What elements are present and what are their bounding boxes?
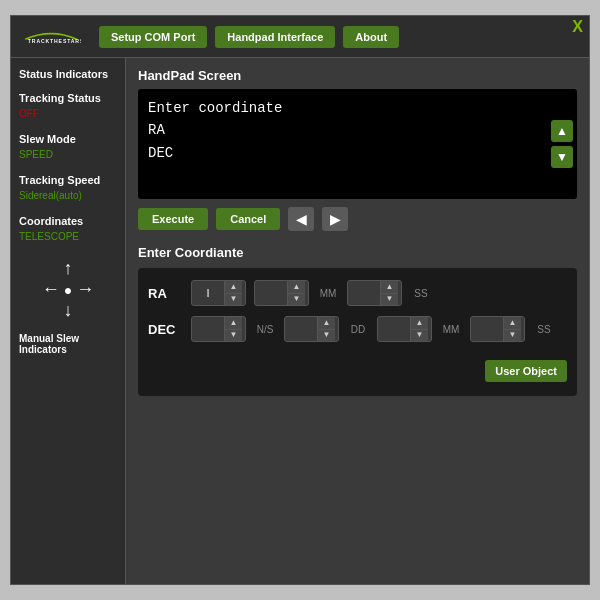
- ra-mm-arrows: ▲ ▼: [287, 281, 305, 305]
- coord-box: RA ▲ ▼ ▲: [138, 268, 577, 396]
- dec-mm-input[interactable]: [378, 323, 410, 335]
- ra-mm-spinner[interactable]: ▲ ▼: [254, 280, 309, 306]
- ra-hh-down[interactable]: ▼: [225, 294, 242, 306]
- dec-row: DEC ▲ ▼ N/S: [148, 316, 567, 342]
- dec-mm-down[interactable]: ▼: [411, 330, 428, 342]
- ra-label: RA: [148, 286, 183, 301]
- slew-down-row: ↓: [64, 300, 73, 321]
- action-row: Execute Cancel ◀ ▶: [138, 207, 577, 231]
- slew-right-arrow[interactable]: →: [76, 279, 94, 300]
- terminal-scrollbar: ▲ ▼: [551, 120, 573, 168]
- tracking-speed-label: Tracking Speed: [19, 174, 117, 186]
- dec-ss-label: SS: [533, 324, 555, 335]
- dec-dd-label: DD: [347, 324, 369, 335]
- nav-right-button[interactable]: ▶: [322, 207, 348, 231]
- about-button[interactable]: About: [343, 26, 399, 48]
- nav-left-button[interactable]: ◀: [288, 207, 314, 231]
- dec-dd-spinner[interactable]: ▲ ▼: [284, 316, 339, 342]
- scroll-up-button[interactable]: ▲: [551, 120, 573, 142]
- slew-middle-row: ← ● →: [42, 279, 94, 300]
- ra-ss-spinner[interactable]: ▲ ▼: [347, 280, 402, 306]
- close-button[interactable]: X: [566, 16, 589, 38]
- dec-mm-up[interactable]: ▲: [411, 317, 428, 330]
- dec-mm-label: MM: [440, 324, 462, 335]
- ra-ss-arrows: ▲ ▼: [380, 281, 398, 305]
- coordinates-value: TELESCOPE: [19, 231, 117, 242]
- dec-mm-spinner[interactable]: ▲ ▼: [377, 316, 432, 342]
- dec-ns-spinner[interactable]: ▲ ▼: [191, 316, 246, 342]
- ra-mm-label: MM: [317, 288, 339, 299]
- dec-mm-arrows: ▲ ▼: [410, 317, 428, 341]
- scroll-down-button[interactable]: ▼: [551, 146, 573, 168]
- right-panel: HandPad Screen Enter coordinate RA DEC ▲…: [126, 58, 589, 584]
- dec-ss-spinner[interactable]: ▲ ▼: [470, 316, 525, 342]
- terminal-line-3: DEC: [148, 142, 567, 164]
- coordinates-label: Coordinates: [19, 215, 117, 227]
- ra-hh-spinner[interactable]: ▲ ▼: [191, 280, 246, 306]
- user-obj-row: User Object: [148, 352, 567, 382]
- dec-ns-input[interactable]: [192, 323, 224, 335]
- app-window: TRACKTHESTARS Setup COM Port Handpad Int…: [10, 15, 590, 585]
- cancel-button[interactable]: Cancel: [216, 208, 280, 230]
- slew-down-arrow[interactable]: ↓: [64, 300, 73, 321]
- slew-left-arrow[interactable]: ←: [42, 279, 60, 300]
- ra-ss-label: SS: [410, 288, 432, 299]
- dec-ns-up[interactable]: ▲: [225, 317, 242, 330]
- status-indicators-label: Status Indicators: [19, 68, 117, 80]
- dec-label: DEC: [148, 322, 183, 337]
- handpad-label: HandPad Screen: [138, 68, 577, 83]
- slew-up-row: ↑: [64, 258, 73, 279]
- user-object-button[interactable]: User Object: [485, 360, 567, 382]
- slew-mode-label: Slew Mode: [19, 133, 117, 145]
- dec-ns-arrows: ▲ ▼: [224, 317, 242, 341]
- slew-up-arrow[interactable]: ↑: [64, 258, 73, 279]
- ra-ss-up[interactable]: ▲: [381, 281, 398, 294]
- tracking-speed-value: Sidereal(auto): [19, 190, 117, 201]
- handpad-interface-button[interactable]: Handpad Interface: [215, 26, 335, 48]
- ra-hh-up[interactable]: ▲: [225, 281, 242, 294]
- coord-section-title: Enter Coordiante: [138, 245, 577, 260]
- tracking-status-value: OFF: [19, 108, 117, 119]
- dec-ns-label: N/S: [254, 324, 276, 335]
- dec-dd-up[interactable]: ▲: [318, 317, 335, 330]
- dec-dd-down[interactable]: ▼: [318, 330, 335, 342]
- tracking-status-label: Tracking Status: [19, 92, 117, 104]
- ra-mm-down[interactable]: ▼: [288, 294, 305, 306]
- terminal-line-1: Enter coordinate: [148, 97, 567, 119]
- terminal-line-2: RA: [148, 119, 567, 141]
- top-bar: TRACKTHESTARS Setup COM Port Handpad Int…: [11, 16, 589, 58]
- ra-mm-up[interactable]: ▲: [288, 281, 305, 294]
- ra-ss-down[interactable]: ▼: [381, 294, 398, 306]
- ra-mm-input[interactable]: [255, 287, 287, 299]
- dec-dd-arrows: ▲ ▼: [317, 317, 335, 341]
- logo: TRACKTHESTARS: [21, 26, 81, 47]
- main-content: Status Indicators Tracking Status OFF Sl…: [11, 58, 589, 584]
- terminal-box: Enter coordinate RA DEC ▲ ▼: [138, 89, 577, 199]
- dec-ss-up[interactable]: ▲: [504, 317, 521, 330]
- slew-arrows: ↑ ← ● → ↓: [19, 258, 117, 321]
- dec-ss-input[interactable]: [471, 323, 503, 335]
- ra-hh-arrows: ▲ ▼: [224, 281, 242, 305]
- slew-center: ●: [64, 282, 72, 298]
- dec-ss-arrows: ▲ ▼: [503, 317, 521, 341]
- ra-ss-input[interactable]: [348, 287, 380, 299]
- coordinate-section: Enter Coordiante RA ▲ ▼: [138, 245, 577, 396]
- svg-text:TRACKTHESTARS: TRACKTHESTARS: [28, 38, 81, 44]
- ra-row: RA ▲ ▼ ▲: [148, 280, 567, 306]
- slew-mode-value: SPEED: [19, 149, 117, 160]
- ra-hh-input[interactable]: [192, 287, 224, 299]
- dec-dd-input[interactable]: [285, 323, 317, 335]
- dec-ns-down[interactable]: ▼: [225, 330, 242, 342]
- manual-slew-label: Manual Slew Indicators: [19, 333, 117, 355]
- execute-button[interactable]: Execute: [138, 208, 208, 230]
- sidebar: Status Indicators Tracking Status OFF Sl…: [11, 58, 126, 584]
- setup-com-button[interactable]: Setup COM Port: [99, 26, 207, 48]
- dec-ss-down[interactable]: ▼: [504, 330, 521, 342]
